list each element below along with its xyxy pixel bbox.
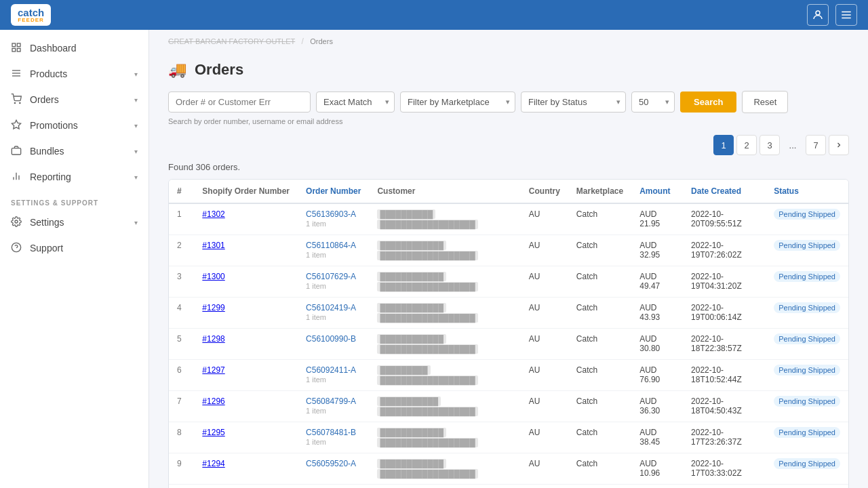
shopify-order-link: #1296 [202, 396, 224, 406]
sidebar-item-orders[interactable]: Orders ▾ [0, 87, 149, 113]
status-badge: Pending Shipped [774, 333, 840, 344]
cell-order-num[interactable]: C56084799-A 1 item [298, 391, 369, 422]
status-badge: Pending Shipped [774, 302, 840, 313]
main-content: GREAT BARGAN FACTORY OUTLET / Orders 🚚 O… [149, 30, 868, 488]
page-btn-next[interactable] [829, 135, 849, 155]
cell-num: 1 [169, 203, 194, 235]
cell-order-num[interactable]: C56059520-A [298, 453, 369, 485]
cell-amount: AUD 30.80 [631, 329, 683, 360]
settings-chevron-icon: ▾ [134, 219, 138, 226]
page-btn-2[interactable]: 2 [736, 135, 757, 155]
customer-email: ██████████████████ [377, 220, 477, 229]
cell-shopify[interactable]: #1300 [194, 266, 298, 298]
orders-icon [11, 94, 23, 106]
marketplace-select[interactable]: Filter by Marketplace Catch [400, 92, 515, 113]
page-btn-1[interactable]: 1 [713, 135, 734, 155]
order-number-link: C56100990-B [306, 334, 356, 344]
cell-order-num[interactable]: C56110864-A 1 item [298, 235, 369, 266]
match-select[interactable]: Exact Match Partial Match [316, 92, 395, 113]
promotions-icon [11, 119, 23, 131]
sidebar-item-bundles[interactable]: Bundles ▾ [0, 138, 149, 164]
cell-num: 6 [169, 360, 194, 391]
products-icon [11, 68, 23, 80]
sidebar-item-support[interactable]: Support [0, 235, 149, 261]
cell-shopify[interactable]: #1298 [194, 329, 298, 360]
cell-order-num[interactable]: C56107629-A 1 item [298, 266, 369, 298]
topbar: catch FEEDER [0, 0, 868, 30]
perpage-select[interactable]: 50 25 100 [631, 92, 675, 113]
cell-status: Pending Shipped [766, 422, 848, 453]
cell-shopify[interactable]: #1293 [194, 485, 298, 489]
support-icon [11, 242, 23, 254]
cell-amount: AUD 36.30 [631, 391, 683, 422]
col-order-number[interactable]: Order Number [298, 180, 369, 203]
page-btn-3[interactable]: 3 [760, 135, 780, 155]
cell-num: 8 [169, 422, 194, 453]
page-btn-7[interactable]: 7 [806, 135, 826, 155]
cell-order-num[interactable]: C56078481-B 1 item [298, 422, 369, 453]
breadcrumb-current: Orders [310, 37, 333, 45]
pagination: 1 2 3 ... 7 [168, 135, 849, 155]
layout: Dashboard Products ▾ Orders [0, 30, 868, 488]
cell-shopify[interactable]: #1299 [194, 298, 298, 329]
cell-order-num[interactable]: C56092411-A 1 item [298, 360, 369, 391]
cell-marketplace: Catch [568, 360, 631, 391]
order-number-link: C56084799-A [306, 396, 356, 406]
cell-country: AU [521, 453, 568, 485]
cell-date: 2022-10-16T23:01:26Z [683, 485, 766, 489]
cell-amount: AUD 76.90 [631, 360, 683, 391]
products-chevron-icon: ▾ [134, 70, 138, 78]
sidebar-item-dashboard[interactable]: Dashboard [0, 35, 149, 61]
svg-point-0 [816, 11, 820, 15]
cell-order-num[interactable]: C56100990-B [298, 329, 369, 360]
menu-icon[interactable] [835, 4, 857, 26]
cell-shopify[interactable]: #1301 [194, 235, 298, 266]
svg-rect-14 [12, 148, 20, 155]
col-amount[interactable]: Amount [631, 180, 683, 203]
order-sub: 1 item [306, 220, 361, 228]
order-number-link: C56102419-A [306, 303, 356, 312]
customer-name: ████████████ [377, 272, 446, 281]
sidebar-item-products[interactable]: Products ▾ [0, 61, 149, 87]
cell-shopify[interactable]: #1295 [194, 422, 298, 453]
cell-amount: AUD 43.93 [631, 298, 683, 329]
col-date-created[interactable]: Date Created [683, 180, 766, 203]
orders-chevron-icon: ▾ [134, 96, 138, 104]
cell-order-num[interactable]: C56054071-C 1 item [298, 485, 369, 489]
cell-num: 10 [169, 485, 194, 489]
cell-country: AU [521, 266, 568, 298]
cell-order-num[interactable]: C56136903-A 1 item [298, 203, 369, 235]
status-badge: Pending Shipped [774, 209, 840, 220]
cell-country: AU [521, 203, 568, 235]
col-country: Country [521, 180, 568, 203]
orders-count: Found 306 orders. [168, 162, 849, 172]
cell-marketplace: Catch [568, 329, 631, 360]
cell-shopify[interactable]: #1302 [194, 203, 298, 235]
status-select[interactable]: Filter by Status Pending Shipped [521, 92, 626, 113]
cell-status: Pending Shipped [766, 203, 848, 235]
customer-email: ██████████████████ [377, 313, 477, 323]
search-button[interactable]: Search [680, 92, 736, 113]
col-status[interactable]: Status [766, 180, 848, 203]
cell-shopify[interactable]: #1294 [194, 453, 298, 485]
order-sub: 1 item [306, 251, 361, 259]
cell-num: 5 [169, 329, 194, 360]
customer-email: ██████████████████ [377, 251, 477, 260]
perpage-select-wrapper: 50 25 100 [631, 92, 675, 113]
cell-amount: AUD 38.45 [631, 422, 683, 453]
cell-order-num[interactable]: C56102419-A 1 item [298, 298, 369, 329]
table-row: 5 #1298 C56100990-B ████████████ ███████… [169, 329, 848, 360]
logo-sub: FEEDER [18, 17, 44, 23]
sidebar-item-promotions[interactable]: Promotions ▾ [0, 113, 149, 138]
sidebar-item-settings[interactable]: Settings ▾ [0, 209, 149, 235]
cell-date: 2022-10-19T00:06:14Z [683, 298, 766, 329]
search-input[interactable] [168, 92, 311, 113]
customer-email: ██████████████████ [377, 375, 477, 385]
cell-status: Pending Shipped [766, 266, 848, 298]
status-select-wrapper: Filter by Status Pending Shipped [521, 92, 626, 113]
user-icon[interactable] [807, 4, 829, 26]
cell-shopify[interactable]: #1297 [194, 360, 298, 391]
reset-button[interactable]: Reset [742, 91, 788, 113]
sidebar-item-reporting[interactable]: Reporting ▾ [0, 164, 149, 190]
cell-shopify[interactable]: #1296 [194, 391, 298, 422]
